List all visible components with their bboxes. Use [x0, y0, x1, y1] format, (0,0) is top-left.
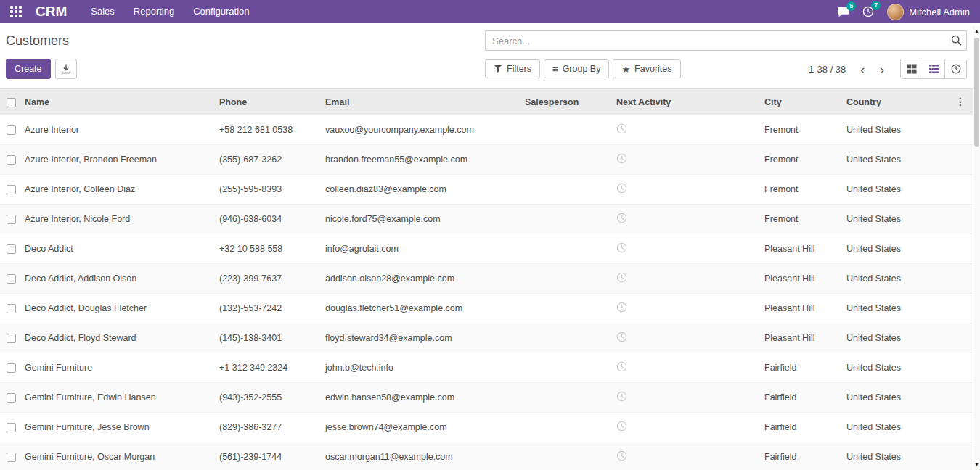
- column-header-salesperson[interactable]: Salesperson: [522, 89, 613, 115]
- next-activity-clock-icon[interactable]: [616, 302, 627, 313]
- row-checkbox[interactable]: [7, 393, 16, 403]
- group-by-button[interactable]: ≡ Group By: [544, 59, 609, 78]
- cell-filler: [923, 323, 973, 353]
- cell-next-activity: [613, 115, 761, 145]
- row-checkbox[interactable]: [7, 185, 16, 194]
- cell-name: Azure Interior, Colleen Diaz: [22, 175, 216, 205]
- column-header-email[interactable]: Email: [322, 89, 522, 115]
- messages-icon[interactable]: 5: [837, 7, 849, 17]
- table-row[interactable]: Azure Interior, Brandon Freeman (355)-68…: [0, 145, 973, 175]
- pager: 1-38 / 38 ‹ ›: [803, 62, 890, 76]
- cell-country: United States: [844, 413, 923, 442]
- table-row[interactable]: Azure Interior, Colleen Diaz (255)-595-8…: [0, 175, 973, 205]
- cell-email: info@agrolait.com: [322, 234, 522, 264]
- cell-next-activity: [613, 175, 761, 205]
- optional-columns-icon[interactable]: ⋮: [954, 96, 967, 107]
- column-header-country[interactable]: Country: [844, 89, 923, 115]
- next-activity-clock-icon[interactable]: [616, 242, 627, 253]
- cell-name: Gemini Furniture, Edwin Hansen: [22, 383, 216, 413]
- menu-reporting[interactable]: Reporting: [124, 0, 184, 23]
- next-activity-clock-icon[interactable]: [616, 361, 627, 372]
- pager-next-button[interactable]: ›: [874, 62, 890, 76]
- next-activity-clock-icon[interactable]: [616, 421, 627, 432]
- search-input[interactable]: [485, 30, 967, 51]
- next-activity-clock-icon[interactable]: [616, 331, 627, 342]
- activities-icon[interactable]: 7: [862, 6, 874, 17]
- vertical-scrollbar[interactable]: ▲ ▼: [973, 26, 980, 470]
- breadcrumb: Customers: [6, 33, 69, 49]
- cell-city: Pleasant Hill: [761, 264, 844, 294]
- table-header-row: Name Phone Email Salesperson Next Activi…: [0, 89, 973, 115]
- row-checkbox[interactable]: [7, 155, 16, 165]
- row-checkbox[interactable]: [7, 215, 16, 224]
- kanban-icon: [907, 64, 917, 74]
- next-activity-clock-icon[interactable]: [616, 153, 627, 164]
- next-activity-clock-icon[interactable]: [616, 213, 627, 223]
- favorites-button[interactable]: ★ Favorites: [613, 59, 680, 78]
- main-menu: Sales Reporting Configuration: [81, 0, 258, 23]
- column-header-city[interactable]: City: [761, 89, 844, 115]
- row-checkbox[interactable]: [7, 334, 16, 343]
- next-activity-clock-icon[interactable]: [616, 391, 627, 402]
- pager-previous-button[interactable]: ‹: [854, 62, 870, 76]
- column-header-name[interactable]: Name: [22, 89, 216, 115]
- apps-menu-icon[interactable]: [10, 6, 23, 18]
- column-header-phone[interactable]: Phone: [216, 89, 322, 115]
- table-row[interactable]: Azure Interior +58 212 681 0538 vauxoo@y…: [0, 115, 973, 145]
- scroll-down-icon[interactable]: ▼: [973, 461, 980, 469]
- filter-funnel-icon: [494, 65, 502, 73]
- table-row[interactable]: Azure Interior, Nicole Ford (946)-638-60…: [0, 205, 973, 234]
- app-name[interactable]: CRM: [36, 4, 67, 20]
- kanban-view-button[interactable]: [901, 59, 923, 78]
- table-row[interactable]: Gemini Furniture, Oscar Morgan (561)-239…: [0, 442, 973, 470]
- table-row[interactable]: Deco Addict, Floyd Steward (145)-138-340…: [0, 323, 973, 353]
- cell-next-activity: [613, 264, 761, 294]
- table-row[interactable]: Deco Addict, Addison Olson (223)-399-763…: [0, 264, 973, 294]
- cell-salesperson: [522, 234, 613, 264]
- row-checkbox[interactable]: [7, 304, 16, 313]
- scrollbar-thumb[interactable]: [974, 38, 979, 147]
- pager-value[interactable]: 1-38 / 38: [803, 64, 852, 75]
- activities-count-badge: 7: [871, 1, 881, 10]
- list-view-button[interactable]: [923, 59, 944, 78]
- next-activity-clock-icon[interactable]: [616, 450, 627, 461]
- row-checkbox[interactable]: [7, 363, 16, 373]
- cell-email: vauxoo@yourcompany.example.com: [322, 115, 522, 145]
- next-activity-clock-icon[interactable]: [616, 123, 627, 134]
- menu-configuration[interactable]: Configuration: [184, 0, 258, 23]
- search-icon[interactable]: [951, 35, 962, 46]
- export-button[interactable]: [55, 59, 77, 79]
- cell-next-activity: [613, 323, 761, 353]
- row-checkbox[interactable]: [7, 244, 16, 254]
- table-body: Azure Interior +58 212 681 0538 vauxoo@y…: [0, 115, 973, 470]
- table-row[interactable]: Gemini Furniture, Edwin Hansen (943)-352…: [0, 383, 973, 413]
- customers-table: Name Phone Email Salesperson Next Activi…: [0, 88, 973, 470]
- next-activity-clock-icon[interactable]: [616, 183, 627, 194]
- row-checkbox[interactable]: [7, 453, 16, 462]
- cell-name: Azure Interior, Nicole Ford: [22, 205, 216, 234]
- row-checkbox[interactable]: [7, 423, 16, 432]
- column-header-next-activity[interactable]: Next Activity: [613, 89, 761, 115]
- table-row[interactable]: Deco Addict, Douglas Fletcher (132)-553-…: [0, 294, 973, 323]
- cell-country: United States: [844, 115, 923, 145]
- cell-city: Pleasant Hill: [761, 234, 844, 264]
- row-checkbox[interactable]: [7, 274, 16, 284]
- cell-salesperson: [522, 442, 613, 470]
- next-activity-clock-icon[interactable]: [616, 272, 627, 283]
- filters-button[interactable]: Filters: [485, 59, 540, 78]
- cell-filler: [923, 442, 973, 470]
- table-row[interactable]: Deco Addict +32 10 588 558 info@agrolait…: [0, 234, 973, 264]
- avatar: [887, 4, 904, 20]
- create-button[interactable]: Create: [6, 59, 51, 79]
- select-all-checkbox[interactable]: [7, 98, 16, 107]
- group-by-label: Group By: [563, 64, 601, 74]
- row-checkbox[interactable]: [7, 125, 16, 135]
- cell-phone: (561)-239-1744: [216, 442, 322, 470]
- cell-country: United States: [844, 145, 923, 175]
- menu-sales[interactable]: Sales: [81, 0, 124, 23]
- scroll-up-icon[interactable]: ▲: [973, 28, 980, 35]
- table-row[interactable]: Gemini Furniture +1 312 349 2324 john.b@…: [0, 353, 973, 383]
- table-row[interactable]: Gemini Furniture, Jesse Brown (829)-386-…: [0, 413, 973, 442]
- user-menu[interactable]: Mitchell Admin: [887, 4, 970, 20]
- activity-view-button[interactable]: [944, 59, 966, 78]
